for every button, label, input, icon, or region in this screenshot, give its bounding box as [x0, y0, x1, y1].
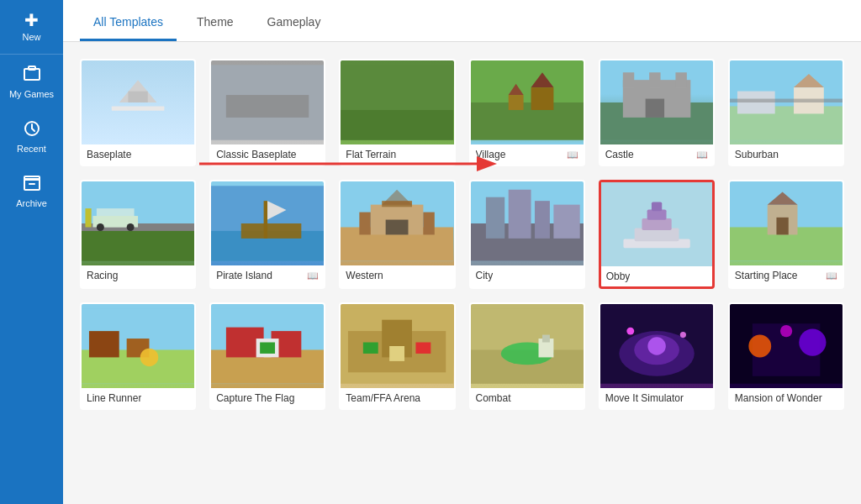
card-label-racing: Racing — [82, 265, 194, 286]
svg-rect-21 — [649, 72, 660, 87]
card-label-capture-the-flag: Capture The Flag — [211, 388, 324, 408]
template-card-classic-baseplate[interactable]: Classic Baseplate — [209, 59, 325, 166]
template-card-capture-the-flag[interactable]: Capture The Flag — [209, 302, 325, 410]
svg-rect-58 — [642, 218, 671, 230]
sidebar-archive-label: Archive — [16, 198, 47, 208]
svg-rect-81 — [363, 343, 378, 354]
svg-rect-87 — [541, 335, 549, 343]
card-label-city: City — [471, 265, 584, 286]
tab-theme[interactable]: Theme — [183, 5, 247, 41]
template-card-baseplate[interactable]: Baseplate — [80, 59, 196, 166]
svg-rect-82 — [416, 343, 431, 354]
archive-icon — [23, 174, 41, 195]
svg-rect-59 — [647, 209, 666, 219]
template-card-move-it-simulator[interactable]: Move It Simulator — [599, 302, 715, 410]
sidebar-recent-label: Recent — [17, 144, 46, 154]
svg-rect-29 — [82, 227, 194, 260]
svg-rect-35 — [85, 208, 91, 227]
template-card-team-ffa-arena[interactable]: Team/FFA Arena — [339, 302, 455, 410]
template-card-city[interactable]: City — [469, 180, 585, 289]
svg-point-93 — [679, 332, 685, 338]
svg-point-97 — [799, 328, 826, 355]
svg-rect-28 — [730, 99, 843, 102]
svg-rect-52 — [508, 190, 531, 239]
thumbnail-classic-baseplate — [211, 60, 324, 144]
sidebar-item-archive[interactable]: Archive — [0, 164, 63, 218]
card-label-classic-baseplate: Classic Baseplate — [211, 144, 324, 165]
template-card-mansion-of-wonder[interactable]: Mansion of Wonder — [728, 302, 844, 410]
svg-rect-6 — [112, 106, 165, 110]
thumbnail-flat-terrain — [341, 60, 453, 144]
template-card-line-runner[interactable]: Line Runner — [80, 302, 196, 410]
thumbnail-capture-the-flag — [211, 304, 324, 388]
svg-marker-17 — [508, 84, 523, 95]
svg-rect-46 — [424, 213, 435, 235]
card-label-move-it-simulator: Move It Simulator — [600, 388, 713, 408]
svg-rect-10 — [226, 95, 309, 118]
card-label-western: Western — [341, 265, 453, 286]
my-games-icon — [23, 65, 41, 86]
card-label-suburban: Suburban — [730, 144, 843, 165]
svg-rect-80 — [389, 346, 404, 361]
template-grid-container: Baseplate Classic Baseplate Flat Terrain — [63, 42, 861, 504]
thumbnail-pirate-island — [211, 181, 324, 265]
card-label-line-runner: Line Runner — [82, 388, 194, 408]
template-card-racing[interactable]: Racing — [80, 180, 196, 289]
thumbnail-team-ffa-arena — [341, 304, 453, 388]
svg-marker-26 — [794, 74, 824, 87]
template-grid: Baseplate Classic Baseplate Flat Terrain — [80, 59, 844, 410]
sidebar-my-games-label: My Games — [9, 89, 54, 99]
svg-rect-23 — [645, 99, 663, 118]
svg-rect-51 — [485, 197, 504, 239]
svg-rect-22 — [675, 72, 686, 87]
svg-rect-65 — [776, 218, 788, 235]
svg-rect-8 — [128, 92, 147, 102]
thumbnail-suburban — [730, 60, 843, 144]
sidebar-item-recent[interactable]: Recent — [0, 109, 63, 164]
thumbnail-mansion-of-wonder — [730, 304, 843, 388]
card-label-obby: Obby — [601, 266, 712, 286]
svg-point-91 — [647, 337, 665, 354]
thumbnail-castle — [600, 60, 713, 144]
card-label-combat: Combat — [471, 388, 584, 408]
svg-rect-60 — [652, 202, 662, 212]
svg-rect-47 — [386, 220, 409, 235]
template-card-combat[interactable]: Combat — [469, 302, 585, 410]
template-card-western[interactable]: Western — [339, 180, 455, 289]
thumbnail-village — [471, 60, 584, 144]
template-card-suburban[interactable]: Suburban — [728, 59, 844, 166]
tab-all-templates[interactable]: All Templates — [80, 5, 177, 41]
template-card-obby[interactable]: Obby — [599, 180, 715, 289]
card-label-baseplate: Baseplate — [82, 144, 194, 165]
card-label-village: Village 📖 — [471, 144, 584, 165]
svg-marker-15 — [531, 72, 553, 87]
template-card-pirate-island[interactable]: Pirate Island 📖 — [209, 180, 325, 289]
svg-rect-45 — [360, 213, 371, 235]
template-card-flat-terrain[interactable]: Flat Terrain — [339, 59, 455, 166]
book-icon-pirate-island: 📖 — [307, 270, 319, 281]
template-card-starting-place[interactable]: Starting Place 📖 — [728, 180, 844, 289]
svg-rect-13 — [471, 102, 584, 140]
thumbnail-starting-place — [730, 181, 843, 265]
main-content: All Templates Theme Gameplay Baseplate C… — [63, 0, 861, 504]
svg-point-96 — [748, 335, 771, 358]
card-label-mansion-of-wonder: Mansion of Wonder — [730, 388, 843, 408]
thumbnail-line-runner — [82, 304, 194, 388]
sidebar-item-new[interactable]: ✚ New — [0, 0, 63, 55]
card-label-pirate-island: Pirate Island 📖 — [211, 265, 324, 286]
tab-bar: All Templates Theme Gameplay — [63, 0, 861, 42]
tab-gameplay[interactable]: Gameplay — [254, 5, 335, 41]
card-label-team-ffa-arena: Team/FFA Arena — [341, 388, 453, 408]
svg-point-92 — [626, 328, 634, 335]
plus-icon: ✚ — [24, 12, 39, 29]
thumbnail-obby — [601, 182, 712, 266]
template-card-village[interactable]: Village 📖 — [469, 59, 585, 166]
template-card-castle[interactable]: Castle 📖 — [599, 59, 715, 166]
svg-rect-40 — [241, 223, 302, 239]
thumbnail-combat — [471, 304, 584, 388]
svg-point-70 — [140, 349, 158, 366]
sidebar-item-my-games[interactable]: My Games — [0, 55, 63, 109]
thumbnail-city — [471, 181, 584, 265]
svg-rect-12 — [341, 110, 453, 140]
svg-rect-14 — [531, 87, 553, 110]
